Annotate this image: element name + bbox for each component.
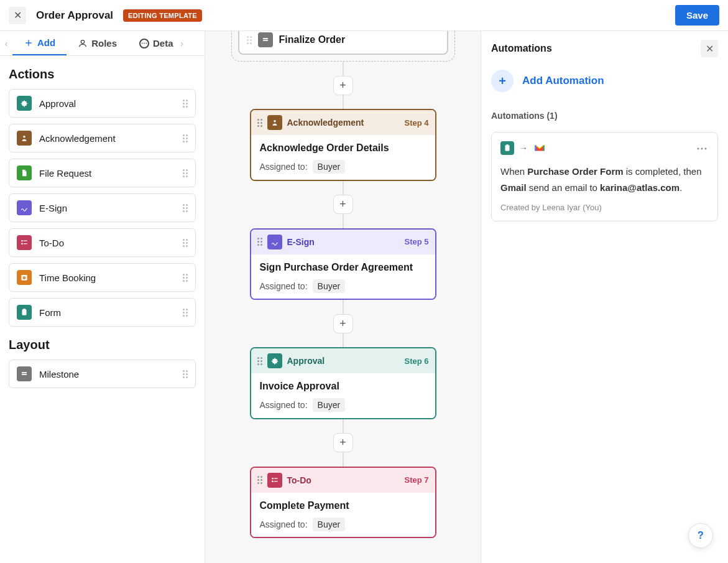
automations-title: Automations xyxy=(491,43,552,54)
tabs-scroll-right[interactable]: › xyxy=(176,39,188,49)
step-title: Acknowledge Order Details xyxy=(260,142,426,154)
layout-item-milestone[interactable]: Milestone xyxy=(9,360,196,388)
svg-rect-19 xyxy=(505,145,510,151)
esign-icon xyxy=(267,235,282,249)
step-number: Step 6 xyxy=(404,356,428,366)
milestone-icon xyxy=(258,32,273,47)
drag-handle-icon[interactable] xyxy=(183,370,188,378)
svg-rect-11 xyxy=(22,374,27,375)
gmail-app-icon xyxy=(533,141,546,155)
add-step-button[interactable]: + xyxy=(333,433,353,452)
arrow-icon: → xyxy=(519,143,528,153)
assignee-chip[interactable]: Buyer xyxy=(313,279,346,293)
add-step-button[interactable]: + xyxy=(333,314,353,333)
step-type: Approval xyxy=(287,356,325,366)
assignee-chip[interactable]: Buyer xyxy=(313,518,346,531)
add-step-button[interactable]: + xyxy=(333,76,353,95)
tabs-scroll-left[interactable]: ‹ xyxy=(0,39,12,49)
svg-rect-9 xyxy=(23,309,25,310)
action-item-acknowledgement[interactable]: Acknowledgement xyxy=(9,124,196,152)
ack-icon xyxy=(267,115,282,130)
workflow-canvas[interactable]: Finalize Order+AcknowledgementStep 4Ackn… xyxy=(205,31,481,563)
ack-icon xyxy=(17,131,32,146)
ellipsis-icon: ⋯ xyxy=(139,39,149,49)
assigned-label: Assigned to: xyxy=(260,162,308,172)
save-button[interactable]: Save xyxy=(675,5,719,26)
step-title: Complete Payment xyxy=(260,500,426,511)
action-item-time-booking[interactable]: Time Booking xyxy=(9,263,196,292)
step-card-e-sign[interactable]: E-SignStep 5Sign Purchase Order Agreemen… xyxy=(250,228,436,300)
layout-heading: Layout xyxy=(0,327,205,360)
action-label: File Request xyxy=(39,168,91,179)
user-icon xyxy=(78,39,88,49)
drag-handle-icon[interactable] xyxy=(183,169,188,177)
add-step-button[interactable]: + xyxy=(333,195,353,214)
editing-badge: EDITING TEMPLATE xyxy=(123,9,202,22)
action-label: Approval xyxy=(39,98,76,109)
actions-heading: Actions xyxy=(0,56,205,89)
help-button[interactable]: ? xyxy=(688,523,713,548)
close-automations-button[interactable]: ✕ xyxy=(701,40,718,57)
step-number: Step 7 xyxy=(404,475,428,485)
action-label: Time Booking xyxy=(39,272,96,283)
form-app-icon xyxy=(500,141,514,155)
plus-icon xyxy=(24,38,34,48)
close-button[interactable]: ✕ xyxy=(9,7,26,24)
tab-roles[interactable]: Roles xyxy=(67,31,128,55)
drag-handle-icon[interactable] xyxy=(183,274,188,282)
time-icon xyxy=(17,270,32,285)
action-label: Form xyxy=(39,307,61,318)
assignee-chip[interactable]: Buyer xyxy=(313,160,346,174)
action-item-approval[interactable]: Approval xyxy=(9,89,196,118)
esign-icon xyxy=(17,200,32,215)
assignee-chip[interactable]: Buyer xyxy=(313,398,346,412)
svg-rect-3 xyxy=(24,241,27,241)
svg-rect-16 xyxy=(274,478,277,478)
svg-point-14 xyxy=(274,120,276,123)
step-title: Sign Purchase Order Agreement xyxy=(260,262,426,273)
action-label: E-Sign xyxy=(39,203,67,213)
action-item-file-request[interactable]: File Request xyxy=(9,159,196,187)
file-icon xyxy=(17,165,32,180)
form-icon xyxy=(17,305,32,320)
automation-card[interactable]: → ⋯ When Purchase Order Form is complete… xyxy=(491,132,718,221)
milestone-card[interactable]: Finalize Order xyxy=(238,31,448,55)
step-number: Step 5 xyxy=(404,237,428,246)
milestone-icon xyxy=(17,366,32,381)
step-card-to-do[interactable]: To-DoStep 7Complete PaymentAssigned to:B… xyxy=(250,467,436,538)
svg-rect-15 xyxy=(272,478,273,479)
drag-handle-icon[interactable] xyxy=(183,100,188,108)
step-title: Invoice Approval xyxy=(260,381,426,392)
svg-rect-4 xyxy=(21,243,22,244)
todo-icon xyxy=(17,235,32,250)
approval-icon xyxy=(17,96,32,111)
step-card-approval[interactable]: ApprovalStep 6Invoice ApprovalAssigned t… xyxy=(250,347,436,419)
drag-handle-icon[interactable] xyxy=(183,309,188,317)
add-automation-button[interactable]: + Add Automation xyxy=(481,63,728,105)
drag-handle-icon[interactable] xyxy=(183,239,188,247)
tab-add[interactable]: Add xyxy=(12,31,67,55)
approval-icon xyxy=(267,353,282,368)
step-card-acknowledgement[interactable]: AcknowledgementStep 4Acknowledge Order D… xyxy=(250,109,436,180)
svg-rect-5 xyxy=(24,243,27,244)
drag-handle-icon[interactable] xyxy=(183,134,188,142)
todo-icon xyxy=(267,473,282,488)
svg-rect-17 xyxy=(272,481,273,482)
action-label: Acknowledgement xyxy=(39,133,116,144)
svg-rect-8 xyxy=(22,309,27,315)
svg-rect-13 xyxy=(262,40,267,41)
milestone-title: Finalize Order xyxy=(279,34,346,45)
step-type: To-Do xyxy=(287,475,311,485)
svg-rect-20 xyxy=(506,144,509,146)
tab-details[interactable]: ⋯ Deta xyxy=(128,31,176,55)
page-title: Order Approval xyxy=(36,9,113,22)
action-item-e-sign[interactable]: E-Sign xyxy=(9,193,196,222)
svg-rect-12 xyxy=(262,38,267,39)
automation-more-button[interactable]: ⋯ xyxy=(696,141,709,155)
automation-description: When Purchase Order Form is completed, t… xyxy=(500,164,709,195)
drag-handle-icon[interactable] xyxy=(183,204,188,212)
action-item-form[interactable]: Form xyxy=(9,298,196,327)
assigned-label: Assigned to: xyxy=(260,400,308,410)
action-item-to-do[interactable]: To-Do xyxy=(9,228,196,257)
step-type: E-Sign xyxy=(287,237,315,247)
